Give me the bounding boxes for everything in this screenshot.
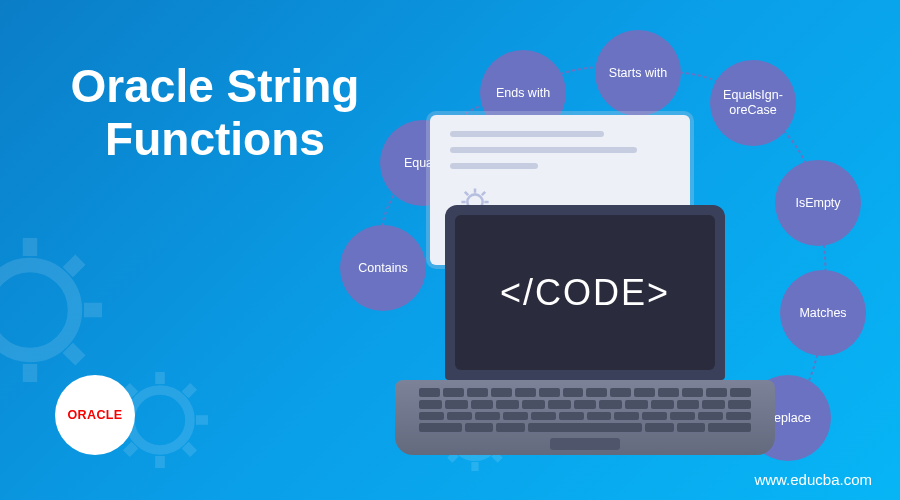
bubble-isempty: IsEmpty: [775, 160, 861, 246]
bubble-matches: Matches: [780, 270, 866, 356]
code-label: </CODE>: [455, 215, 715, 370]
page-title: Oracle String Functions: [55, 60, 375, 166]
bubble-equalsignorecase: EqualsIgn- oreCase: [710, 60, 796, 146]
illustration: Contains Equals Ends with Starts with Eq…: [330, 25, 870, 475]
title-line1: Oracle String: [71, 60, 360, 112]
bubble-startswith: Starts with: [595, 30, 681, 116]
oracle-logo-text: ORACLE: [67, 408, 122, 422]
title-line2: Functions: [105, 113, 325, 165]
laptop-icon: </CODE>: [395, 205, 775, 475]
oracle-logo: ORACLE: [55, 375, 135, 455]
svg-point-1: [130, 390, 190, 450]
svg-point-0: [0, 265, 75, 355]
